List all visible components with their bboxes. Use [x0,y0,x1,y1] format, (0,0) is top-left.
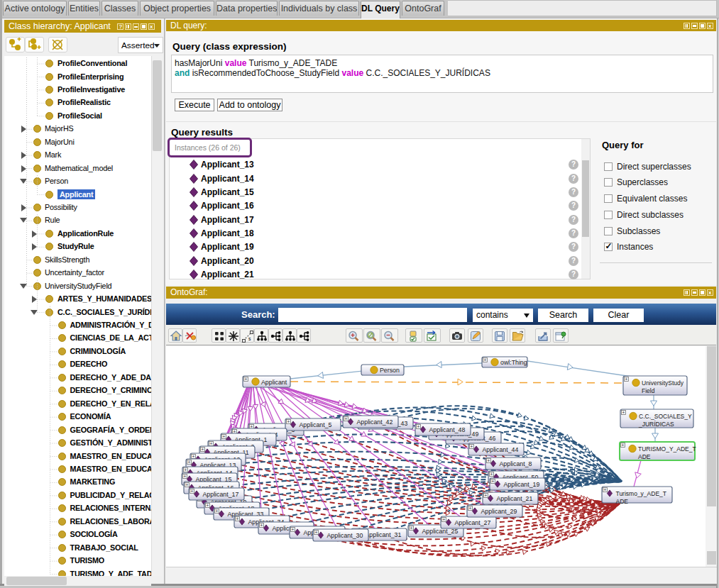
svg-text:C.C._SOCIALES_Y: C.C._SOCIALES_Y [639,413,692,420]
svg-text:Applicant_17: Applicant_17 [203,491,239,498]
svg-text:+: + [487,458,490,463]
svg-text:+: + [491,479,494,484]
svg-text:Applicant_31: Applicant_31 [366,531,402,538]
svg-text:Applicant_48: Applicant_48 [429,426,466,433]
svg-text:Applicant_29: Applicant_29 [481,508,517,515]
svg-text:Applicant: Applicant [261,379,287,386]
svg-text:+: + [410,526,412,531]
svg-text:+: + [622,410,625,415]
svg-text:+: + [185,482,188,487]
svg-text:UniversityStudy: UniversityStudy [642,379,684,387]
svg-text:Applicant_5: Applicant_5 [300,421,332,428]
svg-text:+: + [344,416,347,421]
svg-text:+: + [244,377,247,382]
svg-text:TURISMO_Y_ADE_T: TURISMO_Y_ADE_T [638,445,696,453]
svg-text:+: + [603,487,606,492]
svg-text:Applicant_27: Applicant_27 [455,519,491,526]
svg-text:+: + [417,424,419,429]
svg-text:+: + [483,357,486,362]
svg-text:+: + [260,523,263,528]
svg-text:+: + [236,516,238,521]
svg-text:+: + [287,419,290,424]
svg-text:Person: Person [380,367,400,374]
svg-text:Applicant_42: Applicant_42 [357,418,393,426]
svg-text:owl:Thing: owl:Thing [500,359,527,366]
svg-text:+: + [184,467,187,472]
svg-text:+: + [470,444,473,449]
svg-text:+: + [484,493,487,498]
svg-text:+: + [490,472,493,477]
svg-text:s: s [248,336,251,341]
svg-text:+: + [190,489,193,494]
svg-text:+: + [468,506,471,511]
svg-text:Applicant_21: Applicant_21 [497,495,533,502]
svg-text:+: + [222,434,225,439]
svg-text:+: + [625,377,627,382]
svg-text:Field: Field [642,387,655,394]
svg-text:+: + [621,443,624,448]
svg-text:ADE: ADE [638,453,651,460]
svg-text:+: + [192,454,194,459]
svg-text:Applicant_19: Applicant_19 [504,481,540,488]
svg-text:Applicant_8: Applicant_8 [500,460,532,467]
svg-text:+: + [209,441,212,446]
svg-text:+: + [183,474,186,479]
svg-text:ADE: ADE [616,498,629,505]
svg-text:_JURÍDICAS: _JURÍDICAS [638,421,674,428]
svg-text:Applicant_44: Applicant_44 [483,446,519,453]
svg-text:+: + [442,517,445,522]
svg-text:+: + [201,447,204,452]
svg-text:Applicant_30: Applicant_30 [327,532,363,539]
svg-text:+: + [291,527,294,532]
svg-text:Turismo_y_ADE_T: Turismo_y_ADE_T [616,490,666,497]
svg-text:+: + [206,503,209,508]
svg-text:+: + [314,530,317,535]
svg-text:+: + [187,460,190,465]
svg-text:+: + [215,509,218,514]
